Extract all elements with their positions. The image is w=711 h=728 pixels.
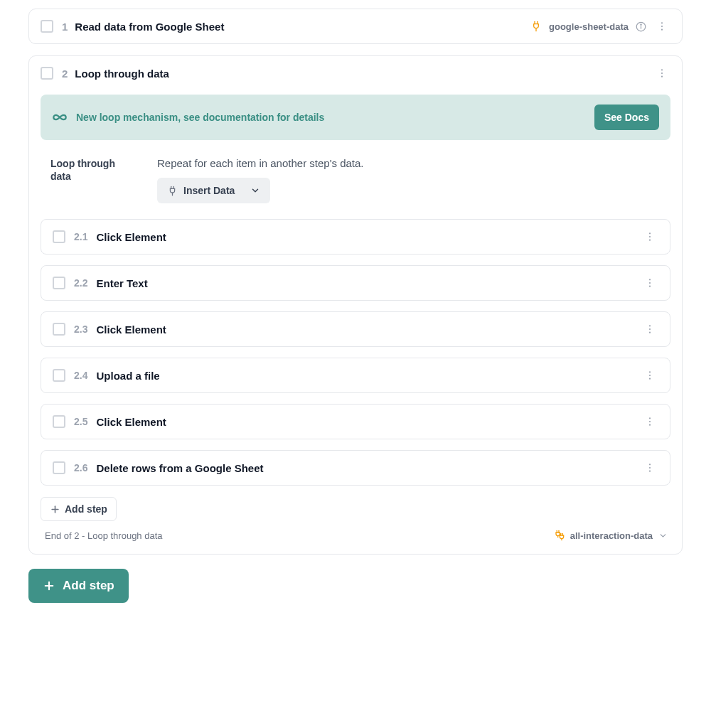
kebab-icon[interactable] [641, 461, 658, 475]
step-title: Upload a file [96, 370, 641, 382]
svg-point-3 [661, 22, 663, 23]
svg-point-10 [649, 236, 651, 237]
add-step-label: Add step [65, 503, 107, 515]
substep-row[interactable]: 2.5 Click Element [41, 404, 670, 439]
substep-row[interactable]: 2.4 Upload a file [41, 358, 670, 393]
svg-point-7 [661, 73, 663, 74]
kebab-icon[interactable] [641, 414, 658, 429]
step-number: 1 [62, 21, 68, 33]
step-number: 2 [62, 68, 68, 80]
plus-icon [43, 579, 55, 592]
svg-point-16 [649, 328, 651, 330]
plug-icon [167, 186, 178, 196]
svg-point-13 [649, 282, 651, 284]
svg-point-21 [649, 417, 651, 419]
insert-data-label: Insert Data [183, 185, 235, 196]
loop-body: New loop mechanism, see documentation fo… [29, 95, 682, 554]
step-title: Click Element [96, 416, 641, 428]
add-step-inner-button[interactable]: Add step [41, 497, 117, 521]
config-label: Loop through data [50, 157, 129, 203]
step-checkbox[interactable] [53, 415, 65, 428]
step-number: 2.3 [74, 323, 87, 335]
substep-row[interactable]: 2.6 Delete rows from a Google Sheet [41, 450, 670, 486]
step-number: 2.4 [74, 370, 87, 381]
step-checkbox[interactable] [53, 323, 65, 336]
loop-end-row: End of 2 - Loop through data all-interac… [41, 521, 670, 541]
svg-point-8 [661, 76, 663, 77]
svg-point-6 [661, 69, 663, 70]
loop-end-text: End of 2 - Loop through data [45, 530, 163, 541]
substep-row[interactable]: 2.1 Click Element [41, 219, 670, 255]
data-tag: google-sheet-data [549, 21, 629, 32]
infinity-icon [52, 109, 68, 125]
step-title: Loop through data [75, 68, 653, 80]
data-merge-icon [553, 530, 565, 541]
kebab-icon[interactable] [653, 19, 670, 33]
step-card-1[interactable]: 1 Read data from Google Sheet google-she… [28, 9, 683, 44]
plug-icon [530, 21, 542, 32]
insert-data-button[interactable]: Insert Data [157, 178, 270, 203]
end-data-tag: all-interaction-data [570, 530, 653, 541]
step-checkbox[interactable] [53, 277, 65, 289]
step-checkbox[interactable] [41, 67, 53, 80]
step-title: Click Element [96, 231, 641, 243]
step-header: 1 Read data from Google Sheet google-she… [29, 9, 682, 43]
step-number: 2.5 [74, 416, 87, 427]
kebab-icon[interactable] [641, 368, 658, 382]
svg-point-24 [649, 464, 651, 465]
svg-point-26 [649, 471, 651, 472]
config-right: Repeat for each item in another step's d… [157, 157, 663, 203]
svg-point-19 [649, 375, 651, 376]
step-checkbox[interactable] [53, 230, 65, 243]
svg-point-22 [649, 421, 651, 422]
step-checkbox[interactable] [53, 461, 65, 474]
svg-point-17 [649, 332, 651, 333]
svg-point-9 [649, 232, 651, 234]
svg-point-4 [661, 26, 663, 27]
chevron-down-icon [658, 531, 668, 540]
config-desc: Repeat for each item in another step's d… [157, 157, 663, 169]
plus-icon [50, 504, 60, 515]
step-right-group [653, 66, 670, 80]
svg-point-11 [649, 240, 651, 241]
step-right-group: google-sheet-data [530, 19, 670, 33]
substep-row[interactable]: 2.3 Click Element [41, 311, 670, 347]
step-title: Click Element [96, 323, 641, 336]
chevron-down-icon [250, 186, 260, 196]
loop-end-data[interactable]: all-interaction-data [553, 530, 668, 541]
svg-point-12 [649, 279, 651, 280]
loop-config: Loop through data Repeat for each item i… [41, 157, 670, 203]
step-number: 2.6 [74, 462, 87, 473]
kebab-icon[interactable] [641, 230, 658, 244]
banner-text: New loop mechanism, see documentation fo… [76, 112, 594, 123]
svg-point-2 [641, 24, 641, 25]
step-checkbox[interactable] [53, 369, 65, 382]
loop-banner: New loop mechanism, see documentation fo… [41, 95, 670, 140]
step-number: 2.2 [74, 277, 87, 289]
step-title: Enter Text [96, 277, 641, 289]
svg-point-25 [649, 467, 651, 469]
kebab-icon[interactable] [653, 66, 670, 80]
step-title: Read data from Google Sheet [75, 21, 530, 33]
substep-row[interactable]: 2.2 Enter Text [41, 265, 670, 301]
svg-point-18 [649, 371, 651, 373]
svg-point-5 [661, 29, 663, 31]
step-header[interactable]: 2 Loop through data [29, 56, 682, 90]
kebab-icon[interactable] [641, 322, 658, 336]
info-icon[interactable] [636, 21, 646, 32]
svg-point-14 [649, 286, 651, 287]
add-step-primary-button[interactable]: Add step [28, 569, 129, 603]
see-docs-button[interactable]: See Docs [594, 105, 659, 130]
step-title: Delete rows from a Google Sheet [96, 462, 641, 474]
svg-point-15 [649, 325, 651, 326]
kebab-icon[interactable] [641, 276, 658, 290]
step-number: 2.1 [74, 231, 87, 242]
substeps-list: 2.1 Click Element 2.2 Enter Text 2.3 Cli… [41, 219, 670, 486]
svg-point-20 [649, 378, 651, 380]
svg-point-23 [649, 424, 651, 426]
step-checkbox[interactable] [41, 20, 53, 33]
add-step-primary-label: Add step [63, 579, 114, 593]
step-card-2: 2 Loop through data New loop mechanism, … [28, 55, 683, 555]
